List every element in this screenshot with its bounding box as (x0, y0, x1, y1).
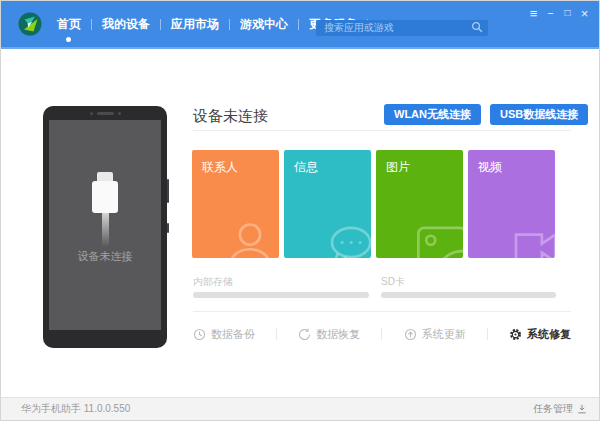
nav-item-game-center[interactable]: 游戏中心 (238, 1, 290, 47)
nav-item-home[interactable]: 首页 (55, 1, 83, 47)
backup-clock-icon (193, 328, 206, 341)
phone-status-text: 设备未连接 (78, 249, 133, 264)
card-label: 视频 (478, 159, 502, 176)
search-icon[interactable] (471, 19, 483, 31)
data-backup-action[interactable]: 数据备份 (193, 327, 255, 342)
card-label: 图片 (386, 159, 410, 176)
header-bar: 首页 我的设备 应用市场 游戏中心 更多服务 ≡ − □ × (1, 1, 599, 49)
nav-item-app-market[interactable]: 应用市场 (169, 1, 221, 47)
video-icon (507, 220, 555, 258)
nav-separator (298, 19, 299, 30)
app-version-text: 华为手机助手 11.0.0.550 (21, 402, 130, 416)
app-window: 首页 我的设备 应用市场 游戏中心 更多服务 ≡ − □ × (0, 0, 600, 421)
card-messages[interactable]: 信息 (284, 150, 371, 258)
download-tray-icon (577, 404, 587, 414)
update-arrow-icon (404, 328, 417, 341)
card-pictures[interactable]: 图片 (376, 150, 463, 258)
card-label: 联系人 (202, 159, 238, 176)
action-bar: 数据备份 数据恢复 系统更新 系统修复 (193, 326, 571, 342)
sd-card-label: SD卡 (381, 275, 405, 289)
task-manager-button[interactable]: 任务管理 (533, 402, 587, 416)
action-separator (276, 328, 277, 340)
wlan-connect-button[interactable]: WLAN无线连接 (384, 104, 481, 125)
nav-separator (229, 19, 230, 30)
connect-buttons: WLAN无线连接 USB数据线连接 (384, 104, 588, 125)
internal-storage-bar (193, 292, 369, 298)
status-bar: 华为手机助手 11.0.0.550 任务管理 (1, 397, 599, 420)
category-cards: 联系人 信息 图片 (192, 150, 555, 258)
restore-refresh-icon (298, 328, 311, 341)
card-videos[interactable]: 视频 (468, 150, 555, 258)
data-restore-action[interactable]: 数据恢复 (298, 327, 360, 342)
menu-icon[interactable]: ≡ (525, 6, 542, 20)
usb-plug-icon (97, 172, 113, 181)
phone-side-button (167, 223, 169, 233)
action-separator (487, 328, 488, 340)
search-box (316, 17, 488, 33)
message-icon (323, 220, 371, 258)
search-input[interactable] (316, 20, 488, 36)
nav-separator (160, 19, 161, 30)
internal-storage-label: 内部存储 (193, 275, 233, 289)
app-logo-icon (18, 12, 42, 36)
card-contacts[interactable]: 联系人 (192, 150, 279, 258)
usb-connect-button[interactable]: USB数据线连接 (490, 104, 588, 125)
phone-illustration: 设备未连接 (43, 106, 167, 348)
phone-speaker (43, 112, 167, 115)
divider (193, 311, 571, 312)
contacts-icon (223, 220, 277, 258)
sd-card-bar (381, 292, 556, 298)
divider (193, 130, 571, 131)
phone-side-button (167, 179, 169, 203)
repair-gear-icon (509, 328, 522, 341)
maximize-icon[interactable]: □ (559, 6, 576, 20)
card-label: 信息 (294, 159, 318, 176)
nav-item-my-device[interactable]: 我的设备 (100, 1, 152, 47)
action-separator (381, 328, 382, 340)
minimize-icon[interactable]: − (542, 6, 559, 20)
nav-separator (91, 19, 92, 30)
system-update-action[interactable]: 系统更新 (404, 327, 466, 342)
picture-icon (415, 220, 463, 258)
close-icon[interactable]: × (576, 6, 593, 20)
system-repair-action[interactable]: 系统修复 (509, 327, 571, 342)
window-controls: ≡ − □ × (525, 6, 593, 20)
phone-screen: 设备未连接 (49, 120, 161, 330)
page-title: 设备未连接 (193, 107, 268, 126)
